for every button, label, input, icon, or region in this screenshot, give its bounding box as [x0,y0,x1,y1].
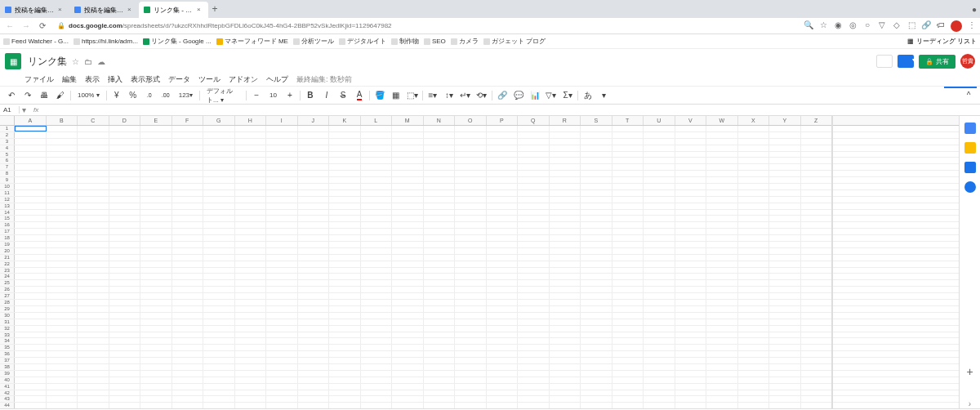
cell[interactable] [518,268,550,274]
cell[interactable] [266,332,298,338]
cell[interactable] [109,313,141,319]
column-header[interactable]: X [738,116,770,125]
cell[interactable] [424,345,456,350]
bookmark-folder[interactable]: デジタルイト [339,37,386,46]
menu-view[interactable]: 表示 [85,74,100,85]
column-header[interactable]: U [644,116,675,125]
cell[interactable] [675,222,707,228]
cell[interactable] [644,384,675,390]
cell[interactable] [47,300,78,305]
cell[interactable] [706,184,738,189]
cell[interactable] [361,371,393,377]
row-header[interactable]: 38 [0,364,15,370]
cell[interactable] [172,332,204,338]
print-button[interactable]: 🖶 [38,89,51,102]
cell[interactable] [109,332,141,338]
star-icon[interactable]: ☆ [818,20,828,30]
cell[interactable] [675,158,707,163]
cell[interactable] [769,364,801,370]
cell[interactable] [298,197,330,203]
cell[interactable] [15,300,47,305]
row-header[interactable]: 35 [0,345,15,350]
cell[interactable] [47,197,78,203]
cell[interactable] [801,216,833,221]
cell[interactable] [329,396,361,402]
cell[interactable] [203,132,235,138]
row-header[interactable]: 22 [0,261,15,267]
cell[interactable] [392,358,424,363]
cell[interactable] [361,222,393,228]
cell[interactable] [140,235,172,241]
cell[interactable] [675,210,707,216]
cell[interactable] [706,139,738,145]
cell[interactable] [298,203,330,209]
cell[interactable] [644,152,675,158]
cell[interactable] [140,222,172,228]
cell[interactable] [612,351,644,357]
cell[interactable] [266,306,298,312]
cell[interactable] [140,280,172,286]
row-header[interactable]: 8 [0,171,15,176]
cell[interactable] [738,390,770,396]
cell[interactable] [47,268,78,274]
cell[interactable] [109,261,141,267]
borders-button[interactable]: ▦ [390,89,403,102]
cell[interactable] [109,184,141,189]
cell[interactable] [47,364,78,370]
cell[interactable] [675,371,707,377]
cell[interactable] [329,222,361,228]
cell[interactable] [424,145,456,151]
cell[interactable] [424,210,456,216]
cell[interactable] [675,261,707,267]
cell[interactable] [78,300,109,305]
cell[interactable] [706,313,738,319]
cell[interactable] [518,384,550,390]
cell[interactable] [738,152,770,158]
cell[interactable] [455,222,487,228]
cell[interactable] [801,222,833,228]
cell[interactable] [266,345,298,350]
cell[interactable] [298,371,330,377]
cell[interactable] [329,319,361,325]
cell[interactable] [235,377,267,383]
cell[interactable] [550,248,581,254]
cloud-icon[interactable]: ☁ [97,57,105,66]
cell[interactable] [550,184,581,189]
cell[interactable] [140,377,172,383]
cell[interactable] [266,261,298,267]
cell[interactable] [47,261,78,267]
cell[interactable] [487,377,519,383]
cell[interactable] [612,152,644,158]
cell[interactable] [361,313,393,319]
cell[interactable] [109,203,141,209]
cell[interactable] [266,229,298,234]
cell[interactable] [738,351,770,357]
cell[interactable] [235,358,267,363]
cell[interactable] [298,132,330,138]
cell[interactable] [487,242,519,247]
cell[interactable] [235,197,267,203]
cell[interactable] [769,396,801,402]
cell[interactable] [298,177,330,183]
cell[interactable] [675,242,707,247]
row-header[interactable]: 17 [0,229,15,234]
cell[interactable] [298,171,330,176]
cell[interactable] [455,268,487,274]
cell[interactable] [78,261,109,267]
cell[interactable] [738,132,770,138]
cell[interactable] [550,326,581,332]
cell[interactable] [329,158,361,163]
row-header[interactable]: 9 [0,177,15,183]
cell[interactable] [455,248,487,254]
cell[interactable] [581,197,612,203]
cell[interactable] [706,203,738,209]
cell[interactable] [78,268,109,274]
cell[interactable] [487,268,519,274]
cell[interactable] [392,164,424,170]
cell[interactable] [15,216,47,221]
cell[interactable] [455,396,487,402]
cell[interactable] [203,190,235,196]
cell[interactable] [612,300,644,305]
cell[interactable] [801,197,833,203]
cell[interactable] [581,145,612,151]
